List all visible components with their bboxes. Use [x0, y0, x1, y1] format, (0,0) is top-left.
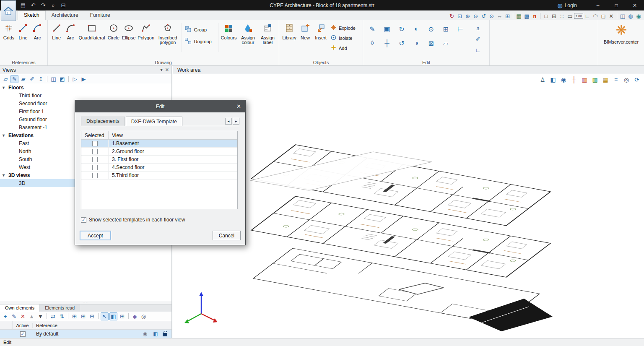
explode-button[interactable]: Explode [330, 24, 356, 31]
row-visibility-icon[interactable]: ◉ [142, 330, 148, 337]
chevron-down-icon[interactable]: ▾ [3, 133, 8, 138]
redo-icon[interactable]: ↷ [39, 1, 48, 10]
rectangle-tool-icon[interactable]: □ [542, 12, 550, 20]
dialog-title-bar[interactable]: Edit ✕ [75, 100, 245, 112]
group-button[interactable]: Group [184, 26, 215, 34]
bimserver-center-button[interactable]: BIMserver.center [598, 20, 644, 65]
save-icon[interactable]: ▤ [18, 1, 28, 10]
redraw-icon[interactable]: ↻ [448, 12, 455, 20]
tab-scroll-left-icon[interactable]: ◂ [225, 118, 232, 125]
close-panel-icon[interactable]: ✕ [165, 67, 169, 73]
row-checkbox[interactable] [92, 173, 98, 178]
scale-icon[interactable]: ⊠ [425, 38, 437, 48]
dialog-close-icon[interactable]: ✕ [236, 100, 241, 112]
template-row-ground-floor[interactable]: 2.Ground floor [81, 148, 237, 156]
ellipse-button[interactable]: Ellipse [121, 22, 136, 58]
tab-furniture[interactable]: Furniture [84, 11, 116, 20]
eye-icon[interactable]: ◎ [623, 76, 630, 83]
split-view-icon[interactable]: ◫ [619, 12, 626, 20]
bim-sphere-icon[interactable]: ◉ [635, 12, 642, 20]
tree-item-third-floor[interactable]: Third floor [0, 91, 171, 99]
pan-icon[interactable]: ⇔ [496, 12, 503, 20]
cancel-button[interactable]: Cancel [213, 231, 241, 240]
add-object-button[interactable]: Add [330, 44, 356, 52]
dimension-icon[interactable]: ▭ [566, 12, 574, 20]
show-hide-icon[interactable]: ◎ [140, 312, 148, 320]
mirror-icon[interactable]: ◐ [410, 24, 422, 34]
offset-icon[interactable]: ⊙ [425, 24, 437, 34]
text-arrows-icon[interactable]: a [473, 24, 483, 32]
search-icon[interactable]: ⌕ [49, 1, 58, 10]
frame-icon[interactable]: ⊞ [504, 12, 511, 20]
scale-ref-icon[interactable]: 1.00 [574, 13, 583, 19]
measure-icon[interactable]: ⊢ [454, 24, 466, 34]
slope-icon[interactable]: ∟ [584, 12, 591, 20]
align-grid-icon[interactable]: ⊞ [79, 312, 87, 320]
show-view-icon[interactable]: ▷ [71, 75, 79, 83]
tree-group-floors[interactable]: ▾Floors [0, 83, 171, 91]
tab-elements-read[interactable]: Elements read [40, 304, 80, 312]
table-icon[interactable]: ▦ [602, 76, 609, 83]
zoom-previous-icon[interactable]: ↺ [480, 12, 487, 20]
new-object-button[interactable]: New [298, 22, 313, 58]
update-view-icon[interactable]: ↥ [37, 75, 45, 83]
edit-sketch-icon[interactable]: ✎ [10, 75, 18, 83]
orbit-icon[interactable]: ⟳ [633, 76, 641, 83]
row-checkbox[interactable] [92, 165, 98, 170]
quadrilateral-button[interactable]: Quadrilateral [78, 22, 106, 58]
photo-view-icon[interactable]: ◫ [49, 75, 57, 83]
ref-line-button[interactable]: Line [16, 22, 30, 58]
close-button[interactable]: ✕ [626, 0, 644, 10]
edit-icon[interactable]: ✎ [366, 24, 378, 34]
maximize-button[interactable]: □ [607, 0, 626, 10]
layers-icon[interactable]: ≡ [612, 76, 620, 83]
move-down-icon[interactable]: ▼ [36, 312, 44, 320]
grid-3d-icon[interactable]: ⊞ [118, 312, 126, 320]
comment-icon[interactable]: ◻ [600, 12, 607, 20]
edit-element-icon[interactable]: ✎ [10, 312, 18, 320]
delete-element-icon[interactable]: ✕ [19, 312, 27, 320]
diamond-icon[interactable]: ◆ [131, 312, 139, 320]
move-icon[interactable]: ┼ [381, 38, 393, 48]
search-grid-icon[interactable]: ⊞ [70, 312, 78, 320]
web-icon[interactable]: ◍ [627, 12, 634, 20]
array-icon[interactable]: ⊞ [440, 24, 452, 34]
template-row-first-floor[interactable]: 3. First floor [81, 156, 237, 164]
lock-icon[interactable] [163, 333, 167, 336]
stretch-icon[interactable]: ▱ [440, 38, 452, 48]
arc-tool-icon[interactable]: ◠ [592, 12, 599, 20]
minimize-button[interactable]: – [589, 0, 607, 10]
zoom-in-icon[interactable]: ⊕ [464, 12, 471, 20]
template-row-third-floor[interactable]: 5.Third floor [81, 172, 237, 180]
delete-tool-icon[interactable]: ✕ [608, 12, 615, 20]
accept-button[interactable]: Accept [80, 231, 111, 240]
collapse-panel-icon[interactable]: ▾ [160, 67, 163, 73]
zoom-out-icon[interactable]: ⊖ [472, 12, 479, 20]
grids-button[interactable]: Grids [2, 22, 16, 58]
chevron-down-icon[interactable]: ▾ [3, 173, 8, 177]
tab-own-elements[interactable]: Own elements [0, 304, 40, 312]
row-checkbox[interactable] [92, 157, 98, 162]
tab-sketch[interactable]: Sketch [18, 10, 46, 20]
inscribed-polygon-button[interactable]: Inscribed polygon [156, 22, 180, 58]
panel-splitter[interactable]: ···· [0, 301, 171, 304]
hatch-icon[interactable]: ▩ [523, 12, 530, 20]
n-icon[interactable]: n [531, 12, 538, 20]
copy-elements-icon[interactable]: ⇄ [49, 312, 57, 320]
box-3d-icon[interactable]: ◧ [549, 76, 557, 83]
rotate-copy-icon[interactable]: ↺ [396, 38, 408, 48]
worksheet-icon[interactable]: ▦ [515, 12, 522, 20]
print-icon[interactable]: ⊟ [59, 1, 68, 10]
snap-points-icon[interactable]: ∷ [558, 12, 566, 20]
slope-edit-icon[interactable]: ∟ [473, 46, 483, 54]
assign-label-button[interactable]: Assign label [258, 22, 277, 58]
ungroup-button[interactable]: Ungroup [184, 37, 215, 45]
tab-architecture[interactable]: Architecture [46, 11, 84, 20]
template-row-basement[interactable]: 1.Basement [81, 140, 237, 148]
ref-arc-button[interactable]: Arc [30, 22, 44, 58]
symmetry-icon[interactable]: ◑ [410, 38, 422, 48]
show-all-views-icon[interactable]: ▶ [80, 75, 88, 83]
doc-green-icon[interactable]: ▥ [591, 76, 599, 83]
view-3d-box-icon[interactable]: ◧ [109, 312, 117, 320]
chevron-down-icon[interactable]: ▾ [3, 85, 8, 90]
